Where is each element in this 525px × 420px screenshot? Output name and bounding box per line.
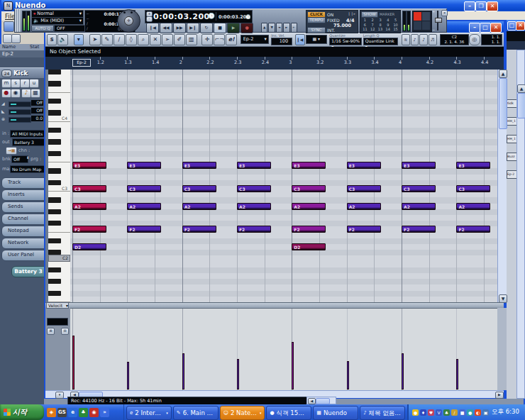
output-routing-row[interactable]: out : Battery 3 [0,138,44,146]
midi-note[interactable]: E3 [347,162,381,169]
midi-note[interactable]: E3 [72,162,106,169]
marker-number-8[interactable]: 8 [377,23,385,28]
velocity-bar[interactable] [72,336,74,389]
tray-icon-0[interactable]: ● [412,409,419,416]
map-value[interactable]: No Drum Map [10,165,44,173]
slider-track[interactable] [9,101,31,107]
hscroll-right-arrow[interactable]: ▶ [495,392,504,399]
midi-note[interactable]: A2 [127,203,161,210]
project-part-buzz[interactable]: Buzz [507,153,517,161]
piano-keyboard[interactable]: C4C3C2 [48,70,71,302]
slider-thumb[interactable] [435,18,442,23]
inspector-slider-row[interactable]: ◢Off [0,100,44,107]
erase-tool[interactable]: ◊ [126,34,137,45]
black-key[interactable] [48,139,61,144]
nudge-bar-button[interactable]: ⇤ [291,23,297,33]
forward-button[interactable]: ▶▶ [173,23,186,33]
trim-tool[interactable]: ➢ [162,34,173,45]
scroll-up-arrow[interactable]: ▲ [517,84,525,93]
midi-note[interactable]: C3 [72,185,106,192]
taskbar-task-0[interactable]: e2 Internet,...▾ [126,406,172,420]
project-vscrollbar[interactable]: ▲ [516,50,525,399]
velocity-lane[interactable] [70,308,497,391]
midi-note[interactable]: E3 [237,162,271,169]
stop-button[interactable]: ■ [214,23,226,33]
insert-velocity-field[interactable]: Ins. Vel. 100 [271,34,292,45]
marker-number-11[interactable]: 11 [361,27,369,32]
midi-note[interactable]: F2 [292,226,326,233]
editor-maximize-button[interactable]: □ [480,23,491,33]
task-group-chevron-icon[interactable]: ▾ [166,407,168,419]
scroll-thumb[interactable] [517,93,525,118]
object-select-tool[interactable]: ➤ [89,34,101,45]
marker-number-15[interactable]: 15 [392,27,399,32]
track-m-button[interactable]: m [1,79,11,88]
inspector-tab-user-panel[interactable]: User Panel [1,250,44,261]
lane-add-button[interactable]: ⊞ [47,328,55,335]
inspector-slider-row[interactable]: ◣Off [0,108,44,115]
quick-launch-icon-5[interactable]: » [100,408,109,417]
goto-end-button[interactable]: ▶❙ [187,23,199,33]
task-group-chevron-icon[interactable]: ▾ [260,407,262,419]
lane-remove-button[interactable]: ⊟ [61,328,69,335]
track-header[interactable]: 24 Kick [0,67,44,78]
close-button[interactable]: ✕ [487,1,498,11]
midi-note[interactable]: F2 [182,226,216,233]
edit-active-part-button[interactable]: e! [226,34,237,45]
transport-panel[interactable]: ⏺ Normal ▾ 🔈 Mix (MIDI) ▾ AUTO Q OFF 0:0… [14,9,447,33]
start-button[interactable]: 시작 [0,404,44,420]
quantize-display-tool[interactable]: ▥ [186,34,197,45]
editor-vscrollbar[interactable]: ▲ ▼ [497,70,507,302]
project-tool-button[interactable] [4,21,14,32]
velocity-bar[interactable] [237,359,239,389]
taskbar-task-1[interactable]: ✎6. Main St... [173,406,219,420]
taskbar-task-5[interactable]: ♪제목 없음 ... [360,406,405,420]
black-key[interactable] [48,267,61,272]
goto-start-button[interactable]: ❙◀ [146,23,159,33]
timebase-button[interactable]: ♪ [21,89,31,98]
restore-button[interactable]: ❐ [475,1,487,11]
marker-number-7[interactable]: 7 [369,23,377,28]
marker-number-6[interactable]: 6 [361,23,369,28]
velocity-bar[interactable] [127,362,129,389]
autoq-button[interactable]: AUTO Q [31,25,54,32]
tray-icon-4[interactable]: ♣ [443,409,450,416]
midi-note[interactable]: C3 [456,185,490,192]
project-close-button[interactable]: ✕ [516,21,525,31]
tray-icon-6[interactable]: ■ [459,409,465,416]
track-u-button[interactable]: u [29,79,39,88]
rewind-button[interactable]: ◀◀ [160,23,172,33]
record-enable-button[interactable]: ● [1,89,11,98]
black-key[interactable] [48,250,61,255]
in-value[interactable]: All MIDI Inputs [10,130,44,138]
tray-icon-7[interactable]: ● [467,409,473,416]
midi-note[interactable]: A2 [292,203,326,210]
midi-note[interactable]: E3 [402,162,436,169]
vscroll-up-arrow[interactable]: ▲ [499,70,507,78]
midi-note[interactable]: A2 [456,203,490,210]
cycle-button[interactable]: ↻ [200,23,213,33]
cycle-mode-dropdown[interactable]: 🔈 Mix (MIDI) ▾ [31,17,84,25]
glue-tool[interactable]: ✐ [174,34,185,45]
channel-row[interactable]: →▦ chn : [0,147,44,155]
midi-note[interactable]: F2 [127,226,161,233]
black-key[interactable] [48,221,61,226]
monitor-button[interactable]: ◉ [11,89,21,98]
black-key[interactable] [48,151,61,156]
black-key[interactable] [48,180,61,185]
editor-minimize-button[interactable]: – [469,23,480,33]
quick-launch-icon-0[interactable]: ◈ [47,408,56,417]
black-key[interactable] [48,110,61,115]
sync-button[interactable]: SYNC [307,27,326,33]
bank-program-row[interactable]: bnk : Off ⬍ prg : [0,155,44,163]
quick-launch-icon-1[interactable]: GS [57,408,67,417]
marker-number-10[interactable]: 10 [392,23,399,28]
midi-note[interactable]: C3 [292,185,326,192]
inspector-slider-row[interactable]: ⊕0.0 [0,116,44,123]
project-hscroll-left-arrow[interactable]: ◀ [308,398,316,404]
black-key[interactable] [48,291,61,296]
marker-number-2[interactable]: 2 [369,18,377,23]
instrument-icon[interactable]: →▦ [6,147,17,155]
snap-button[interactable]: ❙◀ [295,34,305,45]
midi-note[interactable]: A2 [347,203,381,210]
